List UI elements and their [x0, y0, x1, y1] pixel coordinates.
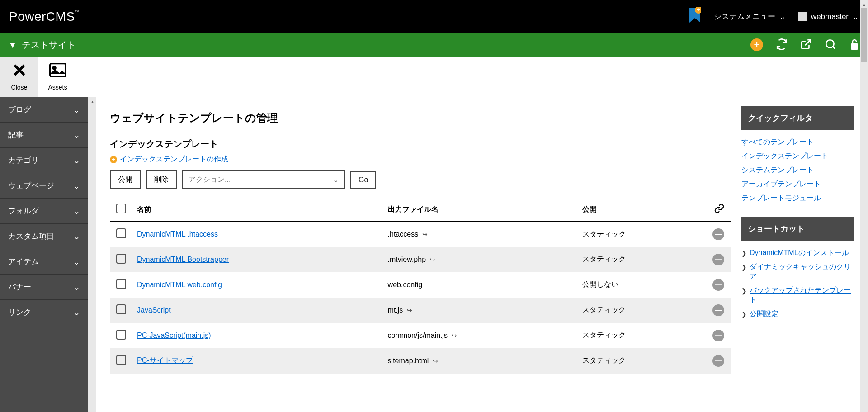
sidebar-item-label: バナー [8, 282, 31, 292]
svg-text:+: + [697, 7, 700, 13]
chevron-down-icon: ⌄ [73, 206, 80, 216]
scroll-up-icon[interactable]: ▴ [88, 97, 96, 105]
row-checkbox[interactable] [116, 355, 126, 365]
row-checkbox[interactable] [116, 330, 126, 340]
output-file: mt.js ↪ [383, 298, 578, 323]
refresh-button[interactable] [776, 38, 788, 52]
publish-status: スタティック [578, 298, 708, 323]
arrow-bullet-icon: ❯ [741, 250, 747, 257]
template-name-link[interactable]: DynamicMTML web.config [137, 281, 222, 289]
refresh-icon [776, 38, 788, 52]
template-name-link[interactable]: DynamicMTML .htaccess [137, 230, 218, 238]
sidebar-item-label: ブログ [8, 104, 31, 115]
sidebar-item[interactable]: フォルダ⌄ [0, 199, 88, 224]
logo[interactable]: PowerCMS™ [9, 9, 80, 24]
username-label: webmaster [811, 12, 849, 21]
chevron-down-icon: ⌄ [73, 130, 80, 140]
delete-button[interactable]: 削除 [146, 170, 177, 189]
system-menu[interactable]: システムメニュー ⌄ [714, 11, 786, 22]
publish-status: 公開しない [578, 272, 708, 298]
select-all-checkbox[interactable] [116, 204, 126, 213]
sidebar-item[interactable]: ウェブページ⌄ [0, 173, 88, 199]
sidebar-scrollbar[interactable]: ▴ [88, 97, 96, 412]
sidebar-item-label: ウェブページ [8, 180, 54, 191]
chevron-down-icon: ⌄ [73, 257, 80, 267]
quickfilter-link[interactable]: インデックステンプレート [741, 149, 854, 163]
remove-icon[interactable]: — [712, 304, 724, 316]
close-button[interactable]: Close [0, 57, 38, 97]
search-button[interactable] [825, 38, 836, 52]
row-checkbox[interactable] [116, 254, 126, 264]
template-name-link[interactable]: JavaScript [137, 306, 171, 314]
chevron-down-icon: ⌄ [73, 232, 80, 242]
assets-button[interactable]: Assets [38, 57, 77, 97]
row-checkbox[interactable] [116, 279, 126, 289]
col-publish: 公開 [578, 198, 708, 222]
template-name-link[interactable]: PC-サイトマップ [137, 356, 193, 364]
chevron-down-icon: ⌄ [333, 175, 339, 184]
greenbar: ▼ テストサイト + [0, 33, 868, 57]
action-select[interactable]: アクション... ⌄ [182, 170, 345, 189]
remove-icon[interactable]: — [712, 228, 724, 240]
quickfilter-link[interactable]: テンプレートモジュール [741, 191, 854, 205]
quickfilter-link[interactable]: システムテンプレート [741, 163, 854, 177]
arrow-bullet-icon: ❯ [741, 264, 747, 271]
page-scrollbar[interactable]: ▴ [860, 0, 868, 412]
sidebar-item[interactable]: ブログ⌄ [0, 97, 88, 123]
action-placeholder: アクション... [189, 175, 231, 185]
external-link-icon: ↪ [452, 332, 457, 339]
section-title: インデックステンプレート [110, 138, 731, 150]
shortcut-link[interactable]: ダイナミックキャッシュのクリア [750, 262, 854, 281]
scrollbar-thumb[interactable] [861, 8, 867, 62]
sidebar-item[interactable]: 記事⌄ [0, 123, 88, 148]
site-selector[interactable]: ▼ テストサイト [8, 39, 76, 51]
template-name-link[interactable]: DynamicMTML Bootstrapper [137, 256, 229, 263]
shortcut-link[interactable]: 公開設定 [750, 309, 778, 319]
bookmark-button[interactable]: + [689, 7, 701, 26]
close-label: Close [11, 84, 28, 91]
quickfilter-link[interactable]: アーカイブテンプレート [741, 177, 854, 191]
user-menu[interactable]: webmaster ⌄ [798, 12, 859, 22]
remove-icon[interactable]: — [712, 330, 724, 341]
quickfilter-link[interactable]: すべてのテンプレート [741, 135, 854, 149]
table-row: DynamicMTML web.configweb.config公開しない— [110, 272, 731, 298]
right-panel: クイックフィルタ すべてのテンプレートインデックステンプレートシステムテンプレー… [741, 97, 854, 374]
row-checkbox[interactable] [116, 304, 126, 314]
scroll-up-icon[interactable]: ▴ [860, 0, 868, 8]
sidebar-item[interactable]: リンク⌄ [0, 300, 88, 325]
table-row: JavaScriptmt.js ↪スタティック— [110, 298, 731, 323]
sidebar-item[interactable]: バナー⌄ [0, 275, 88, 300]
table-row: PC-JavaScript(main.js)common/js/main.js … [110, 323, 731, 348]
row-checkbox[interactable] [116, 228, 126, 238]
go-button[interactable]: Go [350, 171, 376, 189]
svg-point-2 [826, 40, 834, 47]
sidebar-item[interactable]: アイテム⌄ [0, 249, 88, 275]
sidebar-item-label: カテゴリ [8, 155, 39, 166]
shortcut-link[interactable]: DynamicMTMLのインストール [750, 248, 849, 258]
toolbar: Close Assets [0, 57, 868, 97]
template-name-link[interactable]: PC-JavaScript(main.js) [137, 331, 211, 339]
output-file: sitemap.html ↪ [383, 348, 578, 374]
output-file: web.config [383, 272, 578, 298]
svg-line-3 [833, 47, 835, 49]
add-button[interactable]: + [750, 38, 763, 51]
sidebar: ブログ⌄記事⌄カテゴリ⌄ウェブページ⌄フォルダ⌄カスタム項目⌄アイテム⌄バナー⌄… [0, 97, 88, 412]
external-button[interactable] [800, 38, 812, 52]
shortcut-link[interactable]: バックアップされたテンプレート [750, 286, 854, 305]
external-link-icon [800, 38, 812, 52]
quickfilter-header: クイックフィルタ [741, 106, 854, 130]
create-template-link[interactable]: インデックステンプレートの作成 [120, 155, 228, 164]
remove-icon[interactable]: — [712, 355, 724, 367]
search-icon [825, 38, 836, 52]
publish-button[interactable]: 公開 [110, 170, 141, 189]
remove-icon[interactable]: — [712, 279, 724, 291]
remove-icon[interactable]: — [712, 254, 724, 265]
chevron-down-icon: ⌄ [73, 181, 80, 191]
logo-tm: ™ [75, 9, 80, 14]
bookmark-icon: + [689, 7, 701, 26]
table-row: PC-サイトマップsitemap.html ↪スタティック— [110, 348, 731, 374]
image-icon [49, 63, 66, 81]
sidebar-item[interactable]: カスタム項目⌄ [0, 224, 88, 249]
sidebar-item[interactable]: カテゴリ⌄ [0, 148, 88, 173]
lock-button[interactable] [849, 38, 860, 52]
